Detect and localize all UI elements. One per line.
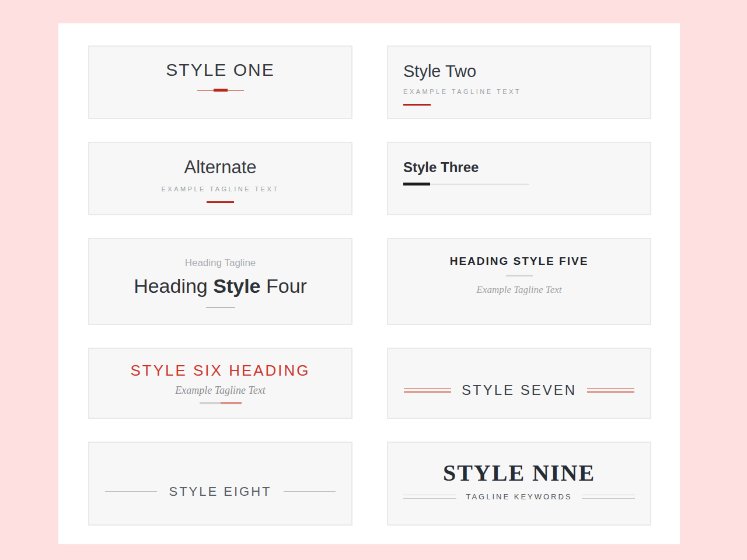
single-line-left [105, 491, 157, 492]
red-thick-segment [214, 89, 228, 92]
style-four-tagline: Heading Tagline [89, 257, 351, 269]
style-three-card[interactable]: Style Three [387, 142, 651, 215]
style-nine-heading: STYLE NINE [388, 459, 650, 487]
content-panel: STYLE ONE Style Two EXAMPLE TAGLINE TEXT… [58, 23, 680, 544]
red-underline-divider [207, 201, 234, 203]
style-one-card[interactable]: STYLE ONE [88, 46, 352, 119]
heading-word: Heading [134, 275, 208, 297]
single-line-right [284, 491, 336, 492]
style-nine-tagline: TAGLINE KEYWORDS [466, 492, 572, 501]
style-one-heading: STYLE ONE [89, 60, 351, 80]
style-six-card[interactable]: STYLE SIX HEADING Example Tagline Text [88, 348, 352, 419]
style-six-heading: STYLE SIX HEADING [89, 362, 351, 380]
style-seven-card[interactable]: STYLE SEVEN [387, 348, 651, 419]
alternate-tagline: EXAMPLE TAGLINE TEXT [89, 186, 351, 192]
style-six-tagline: Example Tagline Text [89, 384, 351, 397]
style-two-heading: Style Two [403, 62, 650, 81]
style-four-heading: Heading Style Four [89, 275, 351, 298]
gray-underline-divider [206, 307, 235, 308]
heading-word: Four [266, 275, 307, 297]
style-five-tagline: Example Tagline Text [388, 284, 650, 296]
page-background: { "cards": [ { "name": "style-one", "tit… [0, 0, 747, 560]
alternate-card[interactable]: Alternate EXAMPLE TAGLINE TEXT [88, 142, 352, 215]
style-five-card[interactable]: HEADING STYLE FIVE Example Tagline Text [387, 238, 651, 325]
red-underline-divider [403, 104, 431, 106]
heading-word-bold: Style [213, 275, 260, 297]
gray-red-split-divider [200, 402, 242, 404]
alternate-heading: Alternate [89, 157, 351, 178]
gray-thick-divider [506, 275, 533, 276]
double-line-left [403, 495, 456, 499]
style-eight-heading: STYLE EIGHT [169, 484, 271, 499]
black-thick-thin-divider [403, 183, 529, 186]
style-three-heading: Style Three [403, 159, 650, 176]
double-line-right [587, 388, 634, 393]
red-center-accent-divider [197, 89, 244, 92]
style-five-heading: HEADING STYLE FIVE [388, 255, 650, 268]
style-two-tagline: EXAMPLE TAGLINE TEXT [403, 88, 650, 95]
style-two-card[interactable]: Style Two EXAMPLE TAGLINE TEXT [387, 46, 651, 119]
black-thick-segment [403, 183, 430, 186]
style-eight-card[interactable]: STYLE EIGHT [88, 442, 352, 526]
style-seven-heading: STYLE SEVEN [462, 382, 577, 398]
style-nine-card[interactable]: STYLE NINE TAGLINE KEYWORDS [387, 442, 651, 526]
double-line-right [582, 495, 635, 499]
style-nine-tagline-row: TAGLINE KEYWORDS [388, 492, 650, 501]
heading-styles-grid: STYLE ONE Style Two EXAMPLE TAGLINE TEXT… [58, 23, 680, 543]
style-four-card[interactable]: Heading Tagline Heading Style Four [88, 238, 352, 325]
double-line-left [404, 388, 451, 393]
